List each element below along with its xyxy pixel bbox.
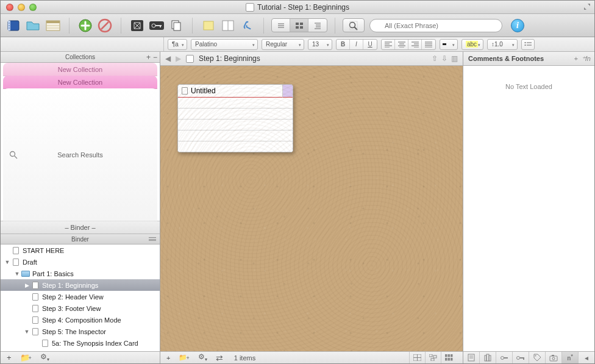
binder-item-label: Draft (23, 259, 37, 266)
svg-rect-27 (296, 26, 299, 29)
document-icon (246, 3, 254, 12)
note-button[interactable] (200, 18, 217, 34)
binder-item-label: Part 1: Basics (32, 270, 74, 277)
highlight-button[interactable]: abc▾ (461, 39, 483, 50)
nav-back-button[interactable]: ◀ (165, 54, 171, 63)
inspector-add-button[interactable]: + (574, 55, 577, 63)
binder-view-button[interactable] (5, 18, 23, 34)
inspector-empty-label: No Text Loaded (505, 83, 552, 90)
binder-item[interactable]: Step 2: Header View (1, 291, 160, 302)
italic-button[interactable]: I (350, 40, 363, 49)
inspector-close-button[interactable]: ◂ (579, 352, 594, 363)
binder-item[interactable]: ▼Draft (1, 256, 160, 268)
binder-item-label: Step 5: The Inspector (42, 328, 106, 335)
corkboard-view-button[interactable] (290, 19, 308, 32)
binder-item[interactable]: ▼Part 1: Basics (1, 268, 160, 279)
underline-button[interactable]: U (363, 40, 377, 49)
footer-add-button[interactable]: + (166, 354, 170, 362)
align-left-button[interactable] (382, 40, 395, 49)
svg-rect-79 (504, 357, 508, 359)
font-weight-select[interactable]: Regular▾ (262, 39, 304, 50)
link-button[interactable] (239, 18, 256, 34)
svg-line-11 (101, 22, 109, 29)
svg-point-56 (525, 45, 526, 46)
inspector-tab-references[interactable] (480, 352, 496, 363)
inspector-footnote-button[interactable]: ⁺fn (582, 55, 591, 63)
align-justify-button[interactable] (422, 40, 435, 49)
footer-gear-button[interactable]: ⚙▾ (198, 352, 207, 362)
binder-item[interactable]: 5a: The Synopsis Index Card (1, 337, 160, 349)
compose-button[interactable] (129, 18, 146, 34)
binder-item[interactable]: START HERE (1, 244, 160, 256)
index-card[interactable]: Untitled (177, 84, 293, 152)
index-card-title[interactable]: Untitled (191, 87, 216, 95)
outliner-view-button[interactable] (308, 19, 327, 32)
document-view-button[interactable] (272, 19, 290, 32)
project-search-input[interactable] (369, 19, 502, 32)
collection-tab[interactable]: New Collection (3, 63, 157, 76)
text-color-button[interactable]: ▾ (440, 39, 458, 50)
binder-options-icon[interactable] (149, 237, 156, 241)
zoom-window-button[interactable] (29, 4, 37, 11)
font-size-select[interactable]: 13▾ (308, 39, 332, 50)
disclosure-icon[interactable]: ▼ (4, 259, 10, 265)
close-window-button[interactable] (6, 4, 13, 11)
nav-forward-button[interactable]: ▶ (176, 54, 181, 63)
footer-shuffle-button[interactable]: ⇄ (216, 353, 223, 363)
inspector-tab-tags[interactable] (529, 352, 546, 363)
line-spacing-select[interactable]: ↕ 1.0▾ (487, 39, 518, 50)
layout-button[interactable] (219, 18, 237, 34)
binder-item-label: Step 2: Header View (42, 293, 104, 301)
collection-remove-button[interactable]: − (153, 53, 157, 62)
binder-header: Binder (1, 234, 160, 244)
footer-cards-button[interactable] (441, 352, 457, 364)
quickref-button[interactable] (168, 18, 185, 34)
nav-up-button[interactable]: ⇧ (432, 54, 438, 63)
minimize-window-button[interactable] (18, 4, 25, 11)
inspector-tab-snapshots[interactable] (546, 352, 562, 363)
collection-add-button[interactable]: + (146, 53, 151, 62)
info-button[interactable]: i (511, 19, 524, 32)
binder-item[interactable]: Step 3: Footer View (1, 302, 160, 314)
binder-gear-button[interactable]: ⚙▾ (40, 352, 49, 362)
footer-grid-button[interactable] (409, 352, 425, 364)
binder-tree[interactable]: START HERE▼Draft▼Part 1: Basics▶Step 1: … (1, 244, 160, 351)
bold-button[interactable]: B (337, 40, 350, 49)
split-toggle-button[interactable]: ▥ (451, 54, 458, 63)
find-segment[interactable] (343, 18, 365, 32)
editor-breadcrumb[interactable]: Step 1: Beginnings (199, 54, 260, 63)
list-button[interactable] (521, 39, 535, 50)
binder-add-folder-button[interactable]: 📁+ (20, 353, 32, 362)
footer-freeform-button[interactable] (425, 352, 441, 364)
inspector-toggle-button[interactable] (45, 18, 62, 34)
doc-icon (30, 293, 40, 301)
disclosure-icon[interactable]: ▼ (24, 329, 30, 335)
inspector-tab-notes[interactable] (463, 352, 480, 363)
binder-item[interactable]: Step 4: Composition Mode (1, 314, 160, 326)
add-button[interactable] (77, 18, 94, 34)
corkboard[interactable]: Untitled (160, 66, 463, 351)
inspector-tab-comments[interactable]: n* (562, 352, 579, 363)
fullscreen-icon[interactable] (583, 3, 591, 10)
disclosure-icon[interactable]: ▼ (14, 271, 20, 277)
font-family-select[interactable]: Palatino▾ (191, 39, 258, 50)
disclosure-icon[interactable]: ▶ (24, 282, 30, 288)
collection-tab[interactable]: New Collection (3, 76, 157, 89)
binder-item[interactable]: ▶Step 1: Beginnings (1, 279, 160, 291)
collections-view-button[interactable] (25, 18, 42, 34)
nav-down-button[interactable]: ⇩ (441, 54, 447, 63)
svg-rect-18 (174, 23, 180, 30)
index-card-body[interactable] (178, 98, 293, 152)
inspector-tab-keywords[interactable] (496, 352, 513, 363)
inspector-tab-custom[interactable] (513, 352, 529, 363)
binder-item[interactable]: ▼Step 5: The Inspector (1, 326, 160, 337)
binder-add-button[interactable]: + (7, 353, 12, 362)
align-center-button[interactable] (395, 40, 408, 49)
style-preset-select[interactable]: ¶a▾ (168, 39, 187, 50)
binder-collection-row[interactable]: – Binder – (1, 221, 160, 234)
trash-button[interactable] (96, 18, 113, 34)
keywords-button[interactable] (148, 18, 165, 34)
footer-add-folder-button[interactable]: 📁+ (179, 354, 189, 362)
align-right-button[interactable] (408, 40, 422, 49)
search-results-tab[interactable]: Search Results (3, 88, 157, 221)
